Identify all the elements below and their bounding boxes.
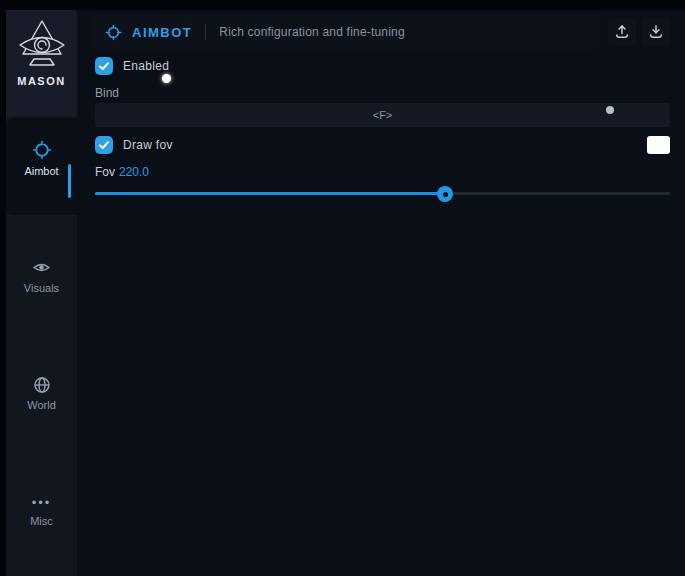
draw-fov-checkbox[interactable]: [95, 136, 113, 154]
fov-value: 220.0: [119, 165, 149, 179]
bind-label: Bind: [95, 86, 119, 100]
logo-block: MASON: [6, 10, 77, 116]
download-config-button[interactable]: [642, 18, 670, 46]
enabled-row: Enabled: [95, 57, 169, 75]
bind-value: <F>: [373, 109, 393, 121]
slider-fill: [95, 192, 445, 195]
slider-thumb[interactable]: [437, 186, 453, 202]
sidebar-item-aimbot[interactable]: Aimbot: [6, 140, 77, 177]
sidebar-item-visuals[interactable]: Visuals: [6, 258, 77, 294]
sidebar-item-label: Misc: [30, 515, 53, 527]
sidebar-item-label: Visuals: [24, 282, 59, 294]
crosshair-icon: [105, 24, 122, 41]
brand-text: MASON: [17, 75, 65, 87]
page-title: AIMBOT: [132, 25, 192, 40]
sidebar-item-world[interactable]: World: [6, 376, 77, 411]
sidebar: MASON Aimbot Visuals: [6, 10, 77, 576]
app-window: { "brand": "MASON", "sidebar": { "items"…: [0, 0, 685, 576]
page-subtitle: Rich configuration and fine-tuning: [219, 25, 405, 39]
page-header: AIMBOT Rich configuration and fine-tunin…: [92, 15, 600, 49]
divider: [205, 24, 206, 40]
sidebar-item-misc[interactable]: ••• Misc: [6, 496, 77, 527]
fov-value-row: Fov220.0: [95, 165, 149, 179]
active-tab-indicator: [68, 164, 71, 198]
upload-config-button[interactable]: [608, 18, 636, 46]
fov-slider[interactable]: [95, 186, 670, 202]
enabled-label: Enabled: [123, 59, 169, 73]
draw-fov-label: Draw fov: [123, 138, 173, 152]
globe-icon: [33, 376, 51, 394]
enabled-checkbox[interactable]: [95, 57, 113, 75]
ellipsis-icon: •••: [32, 496, 52, 510]
sidebar-item-label: Aimbot: [24, 165, 58, 177]
eye-icon: [32, 258, 51, 277]
fov-color-picker[interactable]: [647, 136, 670, 154]
mouse-cursor-dot: [162, 74, 171, 83]
bind-input[interactable]: <F>: [95, 103, 670, 127]
draw-fov-row: Draw fov: [95, 136, 173, 154]
mason-logo-icon: [16, 19, 68, 73]
cursor-trail-dot: [606, 106, 614, 114]
sidebar-item-label: World: [27, 399, 56, 411]
fov-label: Fov: [95, 165, 115, 179]
crosshair-icon: [32, 140, 52, 160]
main-content: AIMBOT Rich configuration and fine-tunin…: [77, 10, 685, 576]
